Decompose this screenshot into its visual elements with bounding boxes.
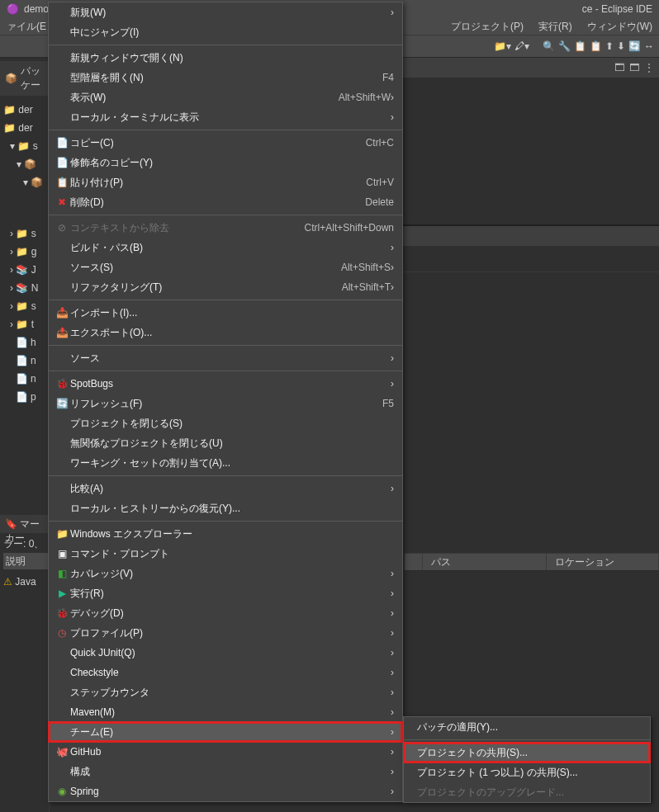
menu-file[interactable]: ァイル(E (7, 20, 46, 34)
ctx-close-project[interactable]: プロジェクトを閉じる(S) (49, 413, 402, 433)
app-icon: 🟣 (7, 3, 19, 15)
ctx-source2[interactable]: ソース› (49, 348, 402, 368)
ctx-windows-explorer[interactable]: 📁Windows エクスプローラー (49, 524, 402, 544)
ctx-new[interactable]: 新規(W)› (49, 2, 402, 22)
ctx-command-prompt[interactable]: ▣コマンド・プロンプト (49, 544, 402, 564)
ctx-copy[interactable]: 📄コピー(C)Ctrl+C (49, 133, 402, 153)
sub-share-projects[interactable]: プロジェクト (1 つ以上) の共用(S)... (404, 762, 650, 782)
ctx-copy-qualified[interactable]: 📄修飾名のコピー(Y) (49, 153, 402, 172)
problems-table-header: パス ロケーション (405, 553, 659, 571)
markers-body: ラー: 0、 説明 ⚠ Java (0, 533, 51, 592)
toolbar-icon[interactable]: 📋 (574, 40, 586, 52)
ctx-run[interactable]: ▶実行(R)› (49, 583, 402, 603)
ctx-spotbugs[interactable]: 🐞SpotBugs› (49, 374, 402, 394)
context-menu: 新規(W)› 中にジャンプ(I) 新規ウィンドウで開く(N) 型階層を開く(N)… (48, 2, 403, 802)
sub-apply-patch[interactable]: パッチの適用(Y)... (404, 717, 650, 737)
outline-tool-icon[interactable]: 🗖 (629, 62, 639, 73)
ctx-paste[interactable]: 📋貼り付け(P)Ctrl+V (49, 172, 402, 192)
toolbar-icon[interactable]: 🔧 (558, 40, 571, 52)
ctx-close-unrelated[interactable]: 無関係なプロジェクトを閉じる(U) (49, 433, 402, 453)
toolbar-icon[interactable]: 🖍▾ (514, 40, 529, 52)
ctx-maven[interactable]: Maven(M)› (49, 702, 402, 722)
toolbar-icon[interactable]: 🔄 (628, 40, 641, 52)
toolbar-icon[interactable]: ⬆ (605, 40, 614, 52)
ctx-spring[interactable]: ◉Spring› (49, 781, 402, 801)
title-left: demo (24, 3, 49, 15)
package-explorer: 📦 パッケー 📁 der 📁 der ▾ 📁 s ▾ 📦 ▾ 📦 › 📁 s ›… (0, 58, 50, 812)
team-submenu: パッチの適用(Y)... プロジェクトの共用(S)... プロジェクト (1 つ… (403, 716, 651, 803)
ctx-delete[interactable]: ✖削除(D)Delete (49, 192, 402, 212)
toolbar-icon[interactable]: ↔ (644, 40, 654, 52)
menu-run[interactable]: 実行(R) (538, 20, 572, 34)
toolbar-icon[interactable]: 📁▾ (494, 40, 511, 52)
sub-share-project[interactable]: プロジェクトの共用(S)... (404, 743, 650, 762)
outline-tool-icon[interactable]: ⋮ (644, 62, 654, 73)
ctx-debug[interactable]: 🐞デバッグ(D)› (49, 603, 402, 623)
ctx-compare[interactable]: 比較(A)› (49, 479, 402, 498)
ctx-step-counter[interactable]: ステップカウンタ› (49, 682, 402, 702)
ctx-configure[interactable]: 構成› (49, 762, 402, 781)
ctx-github[interactable]: 🐙GitHub› (49, 742, 402, 762)
ctx-profile[interactable]: ◷プロファイル(P)› (49, 623, 402, 643)
outline-tool-icon[interactable]: 🗔 (614, 62, 624, 73)
ctx-source[interactable]: ソース(S)Alt+Shift+S› (49, 257, 402, 277)
toolbar-icon[interactable]: 🔍 (543, 40, 555, 52)
ctx-checkstyle[interactable]: Checkstyle› (49, 663, 402, 682)
ctx-build-path[interactable]: ビルド・パス(B)› (49, 238, 402, 257)
ctx-remove-context: ⊘コンテキストから除去Ctrl+Alt+Shift+Down (49, 218, 402, 238)
ctx-import[interactable]: 📥インポート(I)... (49, 303, 402, 323)
ctx-refactor[interactable]: リファクタリング(T)Alt+Shift+T› (49, 277, 402, 297)
package-explorer-tab[interactable]: 📦 パッケー (0, 61, 49, 96)
toolbar-icon[interactable]: ⬇ (617, 40, 625, 52)
menu-project[interactable]: プロジェクト(P) (451, 20, 524, 34)
menu-window[interactable]: ウィンドウ(W) (587, 20, 652, 34)
ctx-assign-working-set[interactable]: ワーキング・セットの割り当て(A)... (49, 453, 402, 473)
title-right: ce - Eclipse IDE (582, 3, 652, 15)
toolbar-icon[interactable]: 📋 (590, 40, 602, 52)
ctx-open-new-window[interactable]: 新規ウィンドウで開く(N) (49, 48, 402, 68)
ctx-quick-junit[interactable]: Quick JUnit(Q)› (49, 643, 402, 663)
package-tree-partial: 📁 der 📁 der ▾ 📁 s ▾ 📦 ▾ 📦 › 📁 s › 📁 g › … (0, 96, 49, 406)
ctx-go-into[interactable]: 中にジャンプ(I) (49, 22, 402, 42)
markers-tab[interactable]: 🔖 マーカー (0, 515, 51, 533)
ctx-type-hierarchy[interactable]: 型階層を開く(N)F4 (49, 68, 402, 87)
ctx-export[interactable]: 📤エクスポート(O)... (49, 323, 402, 342)
sub-upgrade-project: プロジェクトのアップグレード... (404, 782, 650, 802)
ctx-restore-local[interactable]: ローカル・ヒストリーからの復元(Y)... (49, 498, 402, 518)
ctx-refresh[interactable]: 🔄リフレッシュ(F)F5 (49, 394, 402, 413)
ctx-coverage[interactable]: ◧カバレッジ(V)› (49, 564, 402, 583)
ctx-team[interactable]: チーム(E)› (49, 722, 402, 742)
ctx-show-in[interactable]: 表示(W)Alt+Shift+W› (49, 87, 402, 107)
package-icon: 📦 (5, 73, 17, 84)
ctx-local-terminal[interactable]: ローカル・ターミナルに表示› (49, 107, 402, 127)
